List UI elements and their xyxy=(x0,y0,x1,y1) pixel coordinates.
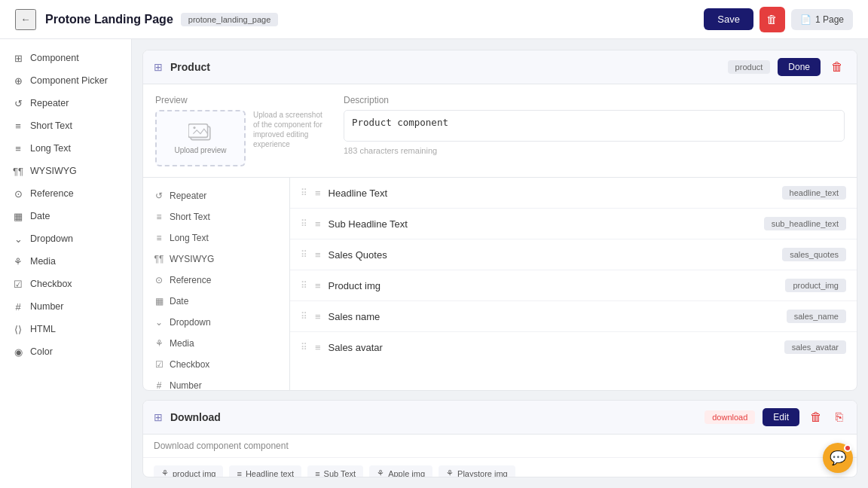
sidebar-icon-long-text: ≡ xyxy=(12,142,24,154)
top-header: ← Protone Landing Page protone_landing_p… xyxy=(0,0,868,39)
field-slug-badge-2: sales_quotes xyxy=(782,248,846,261)
sidebar-item-dropdown[interactable]: ⌄Dropdown xyxy=(0,227,131,250)
field-type-number[interactable]: #Number xyxy=(143,375,289,391)
sidebar-label-short-text: Short Text xyxy=(30,120,72,131)
field-type-icon-dropdown: ⌄ xyxy=(154,317,164,328)
delete-header-button[interactable]: 🗑 xyxy=(760,7,785,32)
field-type-checkbox[interactable]: ☑Checkbox xyxy=(143,354,289,375)
product-name-input[interactable] xyxy=(170,61,720,73)
desc-label: Description xyxy=(344,95,845,105)
sidebar-icon-short-text: ≡ xyxy=(12,120,24,132)
upload-label: Upload preview xyxy=(175,146,227,154)
field-type-list: ↺Repeater≡Short Text≡Long Text¶¶WYSIWYG⊙… xyxy=(143,178,290,391)
field-row: ⠿ ≡ sub_headline_text xyxy=(290,209,857,239)
sidebar-item-repeater[interactable]: ↺Repeater xyxy=(0,92,131,114)
pages-button[interactable]: 📄 1 Page xyxy=(791,9,853,30)
field-media-icon: ≡ xyxy=(315,342,321,353)
edit-button[interactable]: Edit xyxy=(763,408,799,426)
upload-hint: Upload a screenshot of the component for… xyxy=(253,110,329,149)
sidebar-label-component-picker: Component Picker xyxy=(30,75,108,86)
field-slug-badge-3: product_img xyxy=(785,279,846,292)
sidebar-item-date[interactable]: ▦Date xyxy=(0,205,131,227)
download-delete-button[interactable]: 🗑 xyxy=(807,410,825,424)
field-drag-icon: ⠿ xyxy=(301,188,307,198)
sidebar-label-checkbox: Checkbox xyxy=(30,279,72,289)
sidebar-icon-component: ⊞ xyxy=(12,52,24,64)
download-component-card: ⊞ Download download Edit 🗑 ⎘ Download co… xyxy=(142,400,857,477)
sidebar-icon-reference: ⊙ xyxy=(12,188,24,200)
field-drag-icon: ⠿ xyxy=(301,342,307,352)
field-slug-badge-0: headline_text xyxy=(782,186,846,200)
sidebar-icon-wysiwyg: ¶¶ xyxy=(12,165,24,177)
field-type-repeater[interactable]: ↺Repeater xyxy=(143,185,289,206)
preview-section: Preview Upload preview xyxy=(155,95,329,166)
save-button[interactable]: Save xyxy=(704,8,753,30)
product-card-icon: ⊞ xyxy=(154,61,163,73)
chat-bubble[interactable]: 💬 xyxy=(823,443,853,473)
field-type-label-wysiwyg: WYSIWYG xyxy=(170,254,214,264)
sidebar: ⊞Component⊕Component Picker↺Repeater≡Sho… xyxy=(0,39,132,488)
field-type-icon-repeater: ↺ xyxy=(154,191,164,201)
field-name-input-3[interactable] xyxy=(329,280,778,291)
chip-icon-1: ≡ xyxy=(237,469,241,477)
field-type-short-text[interactable]: ≡Short Text xyxy=(143,206,289,227)
sidebar-item-media[interactable]: ⚘Media xyxy=(0,250,131,273)
field-row: ⠿ ≡ sales_name xyxy=(290,301,857,332)
field-type-icon-checkbox: ☑ xyxy=(154,359,164,370)
field-media-icon: ≡ xyxy=(315,249,321,261)
field-name-input-0[interactable] xyxy=(329,188,775,199)
chip-icon-3: ⚘ xyxy=(377,468,384,477)
download-chip-3: ⚘Apple img xyxy=(369,465,432,477)
field-type-long-text[interactable]: ≡Long Text xyxy=(143,227,289,249)
sidebar-item-reference[interactable]: ⊙Reference xyxy=(0,182,131,205)
sidebar-item-wysiwyg[interactable]: ¶¶WYSIWYG xyxy=(0,160,131,182)
field-name-input-2[interactable] xyxy=(329,249,775,261)
sidebar-item-color[interactable]: ◉Color xyxy=(0,340,131,363)
field-type-label-number: Number xyxy=(170,380,202,391)
field-type-reference[interactable]: ⊙Reference xyxy=(143,270,289,291)
field-type-wysiwyg[interactable]: ¶¶WYSIWYG xyxy=(143,249,289,270)
sidebar-label-repeater: Repeater xyxy=(30,98,69,108)
done-button[interactable]: Done xyxy=(778,58,821,76)
field-slug-badge-5: sales_avatar xyxy=(784,340,846,354)
field-media-icon: ≡ xyxy=(315,280,321,291)
product-delete-button[interactable]: 🗑 xyxy=(828,60,846,74)
download-description: Download component component xyxy=(143,435,857,458)
download-card-header: ⊞ Download download Edit 🗑 ⎘ xyxy=(143,401,857,435)
chip-label-4: Playstore img xyxy=(457,469,508,477)
field-type-label-reference: Reference xyxy=(170,275,211,285)
sidebar-item-component[interactable]: ⊞Component xyxy=(0,47,131,69)
field-type-media[interactable]: ⚘Media xyxy=(143,333,289,354)
sidebar-item-component-picker[interactable]: ⊕Component Picker xyxy=(0,69,131,92)
field-media-icon: ≡ xyxy=(315,311,321,322)
field-name-input-5[interactable] xyxy=(329,342,777,353)
field-media-icon: ≡ xyxy=(315,218,321,230)
download-copy-button[interactable]: ⎘ xyxy=(833,410,846,424)
download-fields-row: ⚘product img≡Headline text≡Sub Text⚘Appl… xyxy=(143,458,857,477)
sidebar-item-number[interactable]: #Number xyxy=(0,295,131,318)
sidebar-item-short-text[interactable]: ≡Short Text xyxy=(0,114,131,137)
header-actions: Save 🗑 📄 1 Page xyxy=(704,7,853,32)
field-type-label-long-text: Long Text xyxy=(170,233,209,243)
field-type-dropdown[interactable]: ⌄Dropdown xyxy=(143,312,289,333)
preview-upload-box[interactable]: Upload preview xyxy=(155,110,246,166)
desc-textarea[interactable] xyxy=(344,110,845,142)
product-slug-badge: product xyxy=(728,60,771,74)
sidebar-item-checkbox[interactable]: ☑Checkbox xyxy=(0,273,131,295)
back-button[interactable]: ← xyxy=(15,9,36,30)
chip-label-3: Apple img xyxy=(388,469,425,477)
download-title: Download xyxy=(170,411,697,423)
field-type-date[interactable]: ▦Date xyxy=(143,291,289,312)
field-type-icon-date: ▦ xyxy=(154,296,164,307)
field-slug-badge-1: sub_headline_text xyxy=(764,217,846,230)
fields-list: ⠿ ≡ headline_text ⠿ ≡ sub_headline_text … xyxy=(290,178,857,391)
svg-point-2 xyxy=(193,127,195,129)
sidebar-label-date: Date xyxy=(30,211,50,221)
download-card-icon: ⊞ xyxy=(154,411,163,423)
field-name-input-4[interactable] xyxy=(329,311,779,322)
field-name-input-1[interactable] xyxy=(329,218,756,230)
sidebar-item-long-text[interactable]: ≡Long Text xyxy=(0,137,131,160)
product-card-header: ⊞ product Done 🗑 xyxy=(143,50,857,84)
sidebar-item-html[interactable]: ⟨⟩HTML xyxy=(0,318,131,340)
pages-label: 1 Page xyxy=(815,14,844,25)
